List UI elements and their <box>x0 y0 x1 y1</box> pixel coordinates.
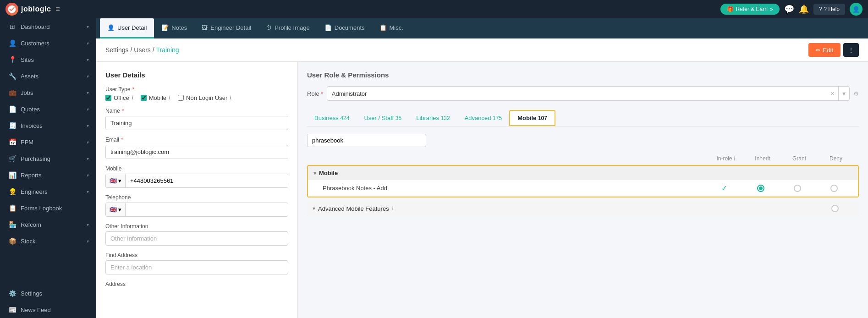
grant-cell[interactable] <box>779 185 816 192</box>
role-dropdown-button[interactable]: ▾ <box>839 87 849 100</box>
sidebar-item-reports[interactable]: 📊 Reports ▾ <box>0 167 96 183</box>
logo[interactable]: joblogic <box>5 3 51 16</box>
deny-header: Deny <box>818 155 854 162</box>
sidebar-item-sites[interactable]: 📍 Sites ▾ <box>0 51 96 68</box>
office-checkbox-label[interactable]: Office ℹ <box>105 94 133 101</box>
help-button[interactable]: ? ? Help <box>813 4 845 15</box>
perm-tab-libraries[interactable]: Libraries 132 <box>409 110 457 126</box>
permissions-panel: User Role & Permissions Role * Administr… <box>298 62 868 318</box>
find-address-label: Find Address <box>105 252 288 258</box>
sidebar-item-purchasing[interactable]: 🛒 Purchasing ▾ <box>0 150 96 167</box>
user-avatar[interactable]: 👤 <box>850 3 863 16</box>
sidebar-item-forms-logbook[interactable]: 📋 Forms Logbook <box>0 200 96 216</box>
mobile-checkbox[interactable] <box>141 95 147 101</box>
sidebar-label-assets: Assets <box>21 73 38 80</box>
other-info-input[interactable] <box>105 231 288 246</box>
permissions-title: User Role & Permissions <box>307 71 859 79</box>
office-checkbox[interactable] <box>105 95 111 101</box>
email-input[interactable] <box>105 145 288 159</box>
sidebar-item-engineers[interactable]: 👷 Engineers ▾ <box>0 183 96 200</box>
chevron-icon: ▾ <box>87 173 89 178</box>
sidebar: ⊞ Dashboard ▾ 👤 Customers ▾ 📍 Sites ▾ 🔧 … <box>0 18 96 318</box>
telephone-flag-selector[interactable]: 🇬🇧 ▾ <box>106 203 126 216</box>
chevron-icon: ▾ <box>87 90 89 95</box>
user-type-checkboxes: Office ℹ Mobile ℹ Non Login User ℹ <box>105 94 288 101</box>
mobile-info-icon[interactable]: ℹ <box>169 95 170 101</box>
sidebar-item-settings[interactable]: ⚙️ Settings <box>0 285 96 302</box>
tab-misc-label: Misc. <box>390 24 403 31</box>
tab-documents[interactable]: 📄 Documents <box>317 18 372 38</box>
breadcrumb-current: Training <box>156 46 179 54</box>
chat-icon-button[interactable]: 💬 <box>784 4 794 14</box>
sidebar-item-ppm[interactable]: 📅 PPM ▾ <box>0 134 96 150</box>
address-label: Address <box>105 281 288 287</box>
refer-earn-button[interactable]: 🎁 Refer & Earn » <box>720 4 780 15</box>
inherit-radio[interactable] <box>757 185 764 192</box>
adv-collapse-icon[interactable]: ▾ <box>313 205 315 212</box>
sidebar-item-stock[interactable]: 📦 Stock ▾ <box>0 233 96 249</box>
tab-notes[interactable]: 📝 Notes <box>154 18 194 38</box>
email-label: Email * <box>105 137 288 143</box>
settings-icon: ⚙️ <box>9 290 16 297</box>
mobile-flag-chevron: ▾ <box>118 177 121 184</box>
more-options-button[interactable]: ⋮ <box>843 43 859 57</box>
telephone-number-input[interactable] <box>126 203 288 216</box>
tab-notes-label: Notes <box>171 24 187 31</box>
sidebar-item-dashboard[interactable]: ⊞ Dashboard ▾ <box>0 18 96 35</box>
find-address-input[interactable] <box>105 260 288 274</box>
logo-text: joblogic <box>21 5 51 13</box>
non-login-checkbox-label[interactable]: Non Login User ℹ <box>178 94 231 101</box>
role-clear-button[interactable]: × <box>827 87 839 100</box>
chevron-icon: ▾ <box>87 189 89 194</box>
hamburger-menu[interactable]: ≡ <box>55 5 60 13</box>
collapse-icon[interactable]: ▾ <box>313 170 316 176</box>
perm-tab-advanced[interactable]: Advanced 175 <box>457 110 509 126</box>
grant-radio[interactable] <box>794 185 801 192</box>
tab-user-detail[interactable]: 👤 User Detail <box>100 18 154 38</box>
non-login-checkbox[interactable] <box>178 95 184 101</box>
in-role-info-icon[interactable]: ℹ <box>734 156 736 162</box>
chevron-icon: ▾ <box>87 222 89 227</box>
chevron-icon: ▾ <box>87 123 89 128</box>
tab-profile-image[interactable]: ⏱ Profile Image <box>258 18 317 38</box>
permission-search-input[interactable] <box>307 134 426 147</box>
in-role-cell: ✓ <box>706 184 742 192</box>
mobile-phone-input: 🇬🇧 ▾ <box>105 174 288 188</box>
mobile-section-label: Mobile <box>319 170 338 176</box>
arrow-icon: » <box>770 6 773 12</box>
mobile-field-group: Mobile 🇬🇧 ▾ <box>105 165 288 188</box>
name-input[interactable] <box>105 116 288 130</box>
edit-button[interactable]: ✏ Edit <box>808 43 841 57</box>
mobile-number-input[interactable] <box>126 174 288 187</box>
sidebar-item-invoices[interactable]: 🧾 Invoices ▾ <box>0 117 96 134</box>
user-details-title: User Details <box>105 71 288 79</box>
notification-icon-button[interactable]: 🔔 <box>799 4 809 14</box>
sidebar-item-news-feed[interactable]: 📰 News Feed <box>0 302 96 318</box>
mobile-checkbox-label[interactable]: Mobile ℹ <box>141 94 170 101</box>
perm-tab-mobile[interactable]: Mobile 107 <box>509 110 555 126</box>
role-settings-icon[interactable]: ⚙ <box>853 90 859 97</box>
sidebar-item-jobs[interactable]: 💼 Jobs ▾ <box>0 84 96 101</box>
deny-cell[interactable] <box>816 185 852 192</box>
deny-radio[interactable] <box>830 185 838 192</box>
sidebar-label-refcom: Refcom <box>21 221 41 228</box>
perm-tab-business[interactable]: Business 424 <box>307 110 357 126</box>
sidebar-label-engineers: Engineers <box>21 188 48 195</box>
office-info-icon[interactable]: ℹ <box>132 95 133 101</box>
role-select[interactable]: Administrator × ▾ <box>327 86 850 101</box>
customers-icon: 👤 <box>9 39 16 47</box>
sidebar-item-customers[interactable]: 👤 Customers ▾ <box>0 35 96 51</box>
tab-engineer-detail[interactable]: 🖼 Engineer Detail <box>194 18 258 38</box>
sidebar-item-refcom[interactable]: 🏪 Refcom ▾ <box>0 216 96 233</box>
tab-misc[interactable]: 📋 Misc. <box>372 18 411 38</box>
non-login-info-icon[interactable]: ℹ <box>230 95 231 101</box>
adv-mobile-info-icon[interactable]: ℹ <box>392 206 394 212</box>
adv-in-role-radio[interactable] <box>831 205 839 212</box>
inherit-cell[interactable] <box>742 185 779 192</box>
perm-tab-user-staff[interactable]: User / Staff 35 <box>357 110 409 126</box>
mobile-flag-selector[interactable]: 🇬🇧 ▾ <box>106 174 126 187</box>
sidebar-item-assets[interactable]: 🔧 Assets ▾ <box>0 68 96 84</box>
purchasing-icon: 🛒 <box>9 155 16 162</box>
chevron-icon: ▾ <box>87 41 89 46</box>
sidebar-item-quotes[interactable]: 📄 Quotes ▾ <box>0 101 96 117</box>
